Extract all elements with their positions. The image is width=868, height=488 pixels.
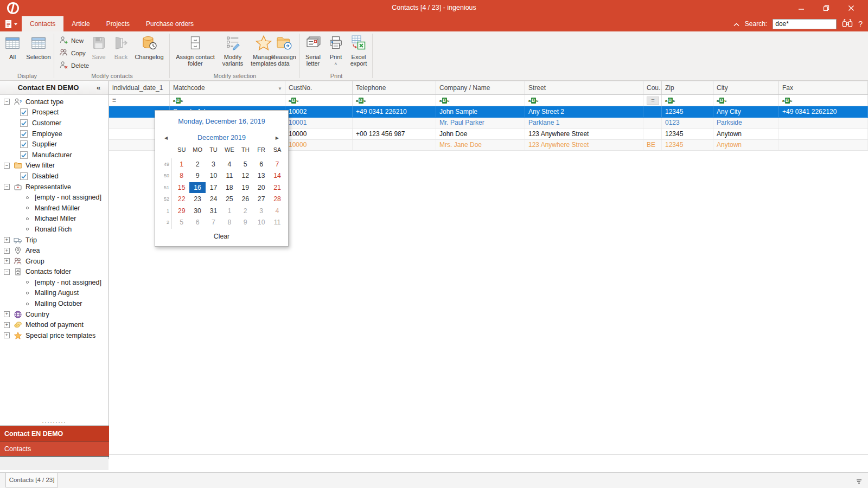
calendar-day[interactable]: 9 xyxy=(189,170,205,181)
calendar-day[interactable]: 8 xyxy=(174,170,189,181)
cell-country[interactable]: BE xyxy=(643,140,662,151)
cell-street[interactable]: 123 Anywhere Street xyxy=(525,129,643,139)
calendar-day[interactable]: 14 xyxy=(269,170,285,181)
tab-article[interactable]: Article xyxy=(63,16,98,31)
tree-item-ronald-rich[interactable]: Ronald Rich xyxy=(0,224,108,235)
collapse-node-icon[interactable]: − xyxy=(4,269,10,275)
calendar-day[interactable]: 13 xyxy=(253,170,269,181)
new-button[interactable]: New xyxy=(58,35,91,47)
calendar-day[interactable]: 23 xyxy=(189,194,205,204)
cell-fax[interactable] xyxy=(779,140,868,151)
tab-projects[interactable]: Projects xyxy=(98,16,138,31)
cell-street[interactable]: 123 Anywhere Street xyxy=(525,140,643,151)
tree-item-prospect[interactable]: Prospect xyxy=(0,107,108,118)
calendar-day[interactable]: 30 xyxy=(189,206,205,216)
tree-item-country[interactable]: +Country xyxy=(0,309,108,320)
equals-filter-icon[interactable]: = xyxy=(112,97,116,104)
calendar-day[interactable]: 5 xyxy=(238,159,253,170)
calendar-day[interactable]: 11 xyxy=(269,217,285,228)
calendar-day[interactable]: 1 xyxy=(221,206,237,216)
changelog-button[interactable]: Changelog xyxy=(132,34,166,60)
tree-item-mailing-october[interactable]: Mailing October xyxy=(0,298,108,309)
calendar-day[interactable]: 11 xyxy=(221,170,237,181)
calendar-day[interactable]: 24 xyxy=(206,194,221,204)
serial-letter-button[interactable]: Serial letter xyxy=(301,34,325,67)
checkbox[interactable] xyxy=(20,108,28,116)
column-header-street[interactable]: Street xyxy=(525,81,643,94)
checkbox[interactable] xyxy=(20,140,28,148)
cell-country[interactable] xyxy=(643,106,662,117)
cell-custno[interactable]: 10000 xyxy=(285,129,353,139)
tree-item-empty-not-assigned[interactable]: [empty - not assigned] xyxy=(0,277,108,288)
calendar-day[interactable]: 27 xyxy=(253,194,269,204)
calendar-day[interactable]: 9 xyxy=(238,217,253,228)
column-header-zip[interactable]: Zip xyxy=(662,81,713,94)
column-header-individual_date_1[interactable]: individual_date_1 xyxy=(109,81,170,94)
filter-cell-city[interactable]: aBc xyxy=(713,95,779,106)
column-header-city[interactable]: City xyxy=(713,81,779,94)
cell-city[interactable]: Any City xyxy=(713,106,779,117)
checkbox[interactable] xyxy=(20,119,28,127)
maximize-button[interactable] xyxy=(814,0,839,16)
tree-item-method-of-payment[interactable]: +Method of payment xyxy=(0,319,108,330)
all-button[interactable]: All xyxy=(1,34,24,60)
tree-item-contacts-folder[interactable]: −Contacts folder xyxy=(0,267,108,278)
tab-purchase-orders[interactable]: Purchase orders xyxy=(138,16,202,31)
calendar-day[interactable]: 4 xyxy=(221,159,237,170)
calendar-day[interactable]: 31 xyxy=(206,206,221,216)
cell-company[interactable]: John Sample xyxy=(436,106,525,117)
calendar-day[interactable]: 12 xyxy=(238,170,253,181)
sidebar-collapse-icon[interactable]: « xyxy=(97,84,108,92)
calendar-day[interactable]: 1 xyxy=(174,159,189,170)
resize-grip-icon[interactable] xyxy=(856,479,861,484)
calendar-day[interactable]: 28 xyxy=(269,194,285,204)
tree-item-view-filter[interactable]: −View filter xyxy=(0,160,108,171)
abc-filter-icon[interactable]: aBc xyxy=(717,98,726,104)
cell-telephone[interactable] xyxy=(353,140,436,151)
filter-cell-custno[interactable]: aBc xyxy=(285,95,353,106)
filter-cell-country[interactable]: = xyxy=(643,95,662,106)
cell-telephone[interactable]: +00 123 456 987 xyxy=(353,129,436,139)
abc-filter-icon[interactable]: aBc xyxy=(782,98,792,104)
column-header-fax[interactable]: Fax xyxy=(779,81,868,94)
cell-fax[interactable] xyxy=(779,118,868,129)
abc-filter-icon[interactable]: aBc xyxy=(439,98,449,104)
help-icon[interactable]: ? xyxy=(858,20,863,28)
filter-cell-fax[interactable]: aBc xyxy=(779,95,868,106)
cell-fax[interactable] xyxy=(779,129,868,139)
tree-item-mailing-august[interactable]: Mailing August xyxy=(0,288,108,299)
calendar-day[interactable]: 6 xyxy=(189,217,205,228)
app-menu-icon[interactable] xyxy=(0,16,22,31)
cell-city[interactable]: Anytown xyxy=(713,129,779,139)
cell-fax[interactable]: +49 0341 2262120 xyxy=(779,106,868,117)
abc-filter-icon[interactable]: aBc xyxy=(528,98,538,104)
panel-bar-contacts[interactable]: Contacts xyxy=(0,441,109,457)
tree-item-area[interactable]: +Area xyxy=(0,245,108,256)
radio-bullet[interactable] xyxy=(26,228,29,230)
close-button[interactable] xyxy=(839,0,864,16)
filter-dropdown-icon[interactable]: ▼ xyxy=(278,86,282,91)
abc-filter-icon[interactable]: aBc xyxy=(356,98,366,104)
copy-button[interactable]: Copy xyxy=(58,47,91,59)
abc-filter-icon[interactable]: aBc xyxy=(289,98,298,104)
radio-bullet[interactable] xyxy=(26,196,29,199)
calendar-day[interactable]: 7 xyxy=(206,217,221,228)
cell-zip[interactable]: 0123 xyxy=(662,118,713,129)
equals-filter-icon[interactable]: = xyxy=(647,97,659,105)
tree-item-special-price-templates[interactable]: +Special price templates xyxy=(0,330,108,341)
abc-filter-icon[interactable]: aBc xyxy=(665,98,675,104)
calendar-day-selected[interactable]: 16 xyxy=(189,182,205,193)
panel-splitter-handle[interactable]: ········· xyxy=(0,421,108,425)
checkbox[interactable] xyxy=(20,151,28,159)
radio-bullet[interactable] xyxy=(26,292,29,294)
calendar-day[interactable]: 10 xyxy=(206,170,221,181)
filter-cell-street[interactable]: aBc xyxy=(525,95,643,106)
checkbox[interactable] xyxy=(20,130,28,138)
calendar-day[interactable]: 2 xyxy=(189,159,205,170)
cell-street[interactable]: Parklane 1 xyxy=(525,118,643,129)
cell-telephone[interactable] xyxy=(353,118,436,129)
excel-export-button[interactable]: Excel export xyxy=(346,34,372,67)
column-header-telephone[interactable]: Telephone xyxy=(353,81,436,94)
checkbox[interactable] xyxy=(20,172,28,180)
calendar-selected-date[interactable]: Monday, December 16, 2019 xyxy=(155,118,288,125)
